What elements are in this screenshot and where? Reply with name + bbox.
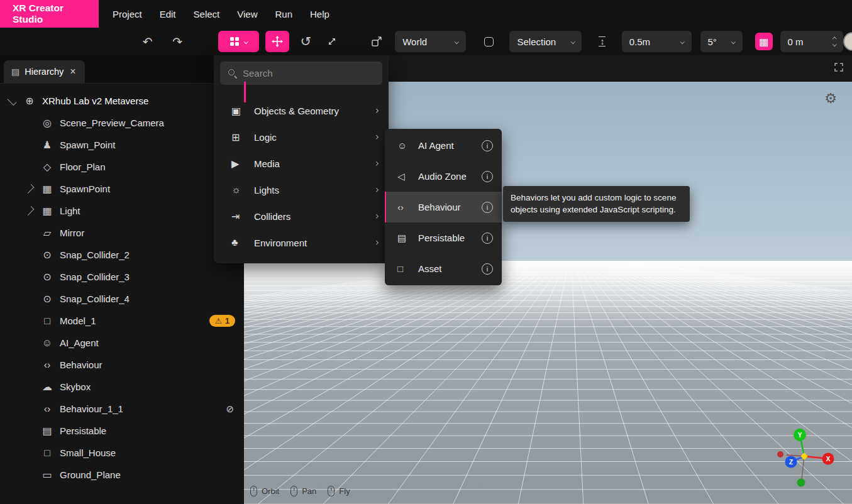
tree-node[interactable]: ☺ AI_Agent [0, 332, 244, 354]
step-down-icon[interactable] [833, 42, 836, 46]
menubar-item[interactable]: Edit [151, 0, 185, 28]
logic-submenu-item[interactable]: ▤ Persistable i [385, 222, 502, 253]
tree-node[interactable]: ▤ Persistable [0, 420, 244, 442]
menubar-item[interactable]: Run [267, 0, 302, 28]
tree-node[interactable]: ‹› Behaviour [0, 354, 244, 376]
expand-chevron-icon[interactable] [25, 184, 35, 194]
add-object-grid-icon [230, 37, 239, 46]
warning-count: 1 [225, 317, 230, 326]
chevron-down-icon [571, 40, 575, 43]
collapse-chevron-icon[interactable] [8, 96, 17, 106]
chevron-right-icon [374, 241, 378, 244]
info-icon[interactable]: i [482, 171, 493, 182]
redo-button[interactable]: ↷ [167, 31, 189, 52]
transform-space-select[interactable]: World [395, 31, 466, 52]
menubar-item[interactable]: Select [185, 0, 229, 28]
step-up-icon[interactable] [833, 37, 836, 41]
tooltip-text: Behaviors let you add custom logic to sc… [511, 193, 676, 214]
logic-submenu-item[interactable]: □ Asset i [385, 253, 502, 284]
mouse-hint: Orbit [250, 486, 279, 496]
mouse-hint-label: Pan [302, 486, 316, 496]
tab-hierarchy[interactable]: ▤ Hierarchy × [4, 60, 85, 83]
category-icon: ☼ [231, 184, 246, 195]
info-icon[interactable]: i [482, 233, 493, 244]
menubar-item[interactable]: View [228, 0, 266, 28]
tree-node[interactable]: ‹› Behaviour_1_1 ⊘ [0, 398, 244, 420]
menubar-item[interactable]: Help [301, 0, 338, 28]
tree-node[interactable]: ⊙ Snap_Collider_2 [0, 244, 244, 266]
selection-mode-select[interactable]: Selection [509, 31, 582, 52]
node-label: XRhub Lab v2 Metaverse [42, 96, 148, 106]
rotate-snap-value: 5° [708, 36, 717, 47]
category-icon: ▣ [231, 105, 246, 117]
pivot-bounds-button[interactable] [479, 31, 500, 52]
grid-height-stepper[interactable] [827, 38, 836, 46]
tree-node[interactable]: ▦ SpawnPoint [0, 178, 244, 200]
tree-node[interactable]: ◇ Floor_Plan [0, 156, 244, 178]
app-logo[interactable]: XR Creator Studio [0, 0, 99, 28]
tree-node[interactable]: ♟ Spawn_Point [0, 134, 244, 156]
add-menu-item[interactable]: ▣ Objects & Geometry [214, 97, 389, 124]
rotate-tool-button[interactable]: ↺ [296, 31, 317, 52]
node-label: Snap_Collider_3 [60, 271, 130, 282]
viewport-focus-highlight [244, 82, 246, 102]
fullscreen-button[interactable] [834, 63, 843, 74]
tree-node[interactable]: ▦ Light [0, 200, 244, 222]
add-menu-list: ▣ Objects & Geometry ⊞ Logic ▶ Media [214, 97, 389, 256]
tree-node[interactable]: □ Small_House [0, 442, 244, 464]
node-label: Scene_Preview_Camera [60, 118, 164, 128]
node-type-icon: ☺ [40, 337, 54, 349]
category-icon: ▶ [231, 158, 246, 170]
category-icon: ♣ [231, 237, 246, 248]
tree-node[interactable]: ⊙ Snap_Collider_4 [0, 288, 244, 310]
close-tab-button[interactable]: × [69, 66, 77, 77]
tree-node[interactable]: ☁ Skybox [0, 376, 244, 398]
category-label: Environment [254, 238, 307, 248]
add-menu-item[interactable]: ▶ Media [214, 150, 389, 177]
tree-root-node[interactable]: ⊕ XRhub Lab v2 Metaverse [0, 90, 244, 112]
transform-space-button[interactable] [367, 31, 388, 52]
tree-node[interactable]: ▭ Ground_Plane [0, 464, 244, 486]
move-tool-button[interactable] [265, 31, 289, 52]
expand-chevron-icon[interactable] [25, 206, 35, 216]
transform-space-value: World [402, 36, 427, 47]
surface-snap-button[interactable]: ↕ [592, 31, 613, 52]
add-menu-item[interactable]: ☼ Lights [214, 177, 389, 203]
info-icon[interactable]: i [482, 140, 493, 151]
scale-tool-button[interactable] [321, 31, 343, 52]
undo-button[interactable]: ↶ [137, 31, 158, 52]
add-menu-item[interactable]: ♣ Environment [214, 229, 389, 256]
add-menu-item[interactable]: ⊞ Logic [214, 124, 389, 150]
tree-node[interactable]: ⊙ Snap_Collider_3 [0, 266, 244, 288]
add-object-button[interactable] [218, 31, 259, 52]
menubar-item[interactable]: Project [104, 0, 151, 28]
warning-badge[interactable]: ⚠ 1 [209, 315, 235, 327]
user-avatar[interactable] [843, 32, 852, 51]
node-label: AI_Agent [60, 337, 99, 348]
node-type-icon: ‹› [40, 359, 54, 371]
tree-node[interactable]: □ Model_1 ⚠ 1 [0, 310, 244, 332]
search-input[interactable] [243, 68, 375, 79]
logic-submenu-item[interactable]: ☺ AI Agent i [385, 130, 502, 161]
node-type-icon: ‹› [40, 403, 54, 415]
info-icon[interactable]: i [482, 263, 493, 275]
chevron-right-icon [374, 214, 378, 218]
menubar: XR Creator Studio Project Edit Select Vi… [0, 0, 852, 28]
tree-node[interactable]: ▱ Mirror [0, 222, 244, 244]
grid-height-control[interactable]: 0 m [780, 31, 844, 52]
node-label: SpawnPoint [60, 184, 110, 194]
add-menu-item[interactable]: ⇥ Colliders [214, 203, 389, 229]
category-label: Media [254, 158, 280, 169]
logic-submenu-item[interactable]: ‹› Behaviour i [385, 192, 502, 222]
svg-text:X: X [826, 456, 831, 463]
logic-submenu-item[interactable]: ◁ Audio Zone i [385, 161, 502, 192]
grid-snap-button[interactable]: ▦ [755, 33, 773, 50]
navigation-hints: Orbit Pan Fly [250, 486, 350, 496]
info-icon[interactable]: i [482, 202, 493, 213]
rotate-snap-select[interactable]: 5° [700, 31, 743, 52]
rotate-icon: ↺ [301, 34, 312, 49]
viewport-settings-button[interactable]: ⚙ [824, 92, 837, 106]
orientation-gizmo[interactable]: Y X Z [768, 429, 841, 491]
move-snap-select[interactable]: 0.5m [622, 31, 692, 52]
tree-node[interactable]: ◎ Scene_Preview_Camera [0, 112, 244, 134]
